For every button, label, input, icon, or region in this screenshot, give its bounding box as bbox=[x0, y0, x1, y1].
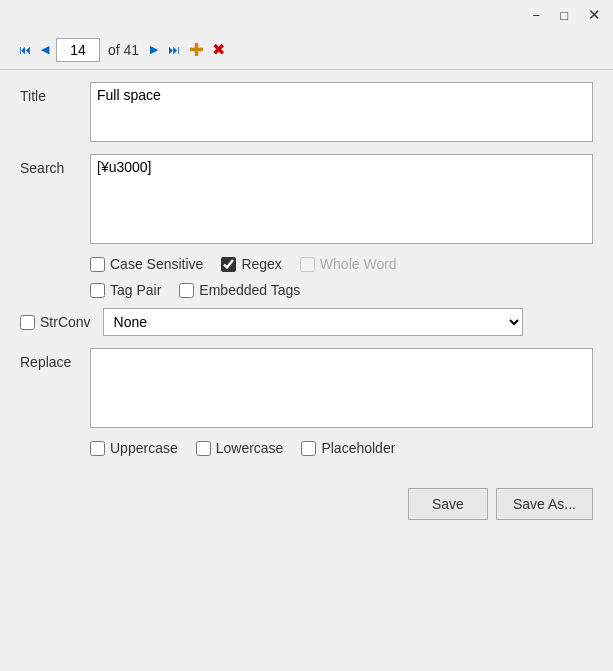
replace-input[interactable] bbox=[90, 348, 593, 428]
strconv-option[interactable]: StrConv bbox=[20, 314, 91, 330]
whole-word-label: Whole Word bbox=[320, 256, 397, 272]
case-sensitive-option[interactable]: Case Sensitive bbox=[90, 256, 203, 272]
nav-next-button[interactable] bbox=[147, 41, 161, 58]
options-row-2: Tag Pair Embedded Tags bbox=[90, 282, 593, 298]
replace-field-row: Replace bbox=[20, 348, 593, 428]
delete-button[interactable]: ✖ bbox=[210, 40, 227, 59]
placeholder-checkbox[interactable] bbox=[301, 441, 316, 456]
uppercase-option[interactable]: Uppercase bbox=[90, 440, 178, 456]
add-button[interactable]: ✚ bbox=[187, 39, 206, 61]
tag-pair-option[interactable]: Tag Pair bbox=[90, 282, 161, 298]
strconv-select[interactable]: None Uppercase Lowercase Title Case bbox=[103, 308, 523, 336]
options-row-1: Case Sensitive Regex Whole Word bbox=[90, 256, 593, 272]
tag-pair-label: Tag Pair bbox=[110, 282, 161, 298]
case-sensitive-label: Case Sensitive bbox=[110, 256, 203, 272]
page-number-input[interactable] bbox=[56, 38, 100, 62]
uppercase-checkbox[interactable] bbox=[90, 441, 105, 456]
placeholder-option[interactable]: Placeholder bbox=[301, 440, 395, 456]
save-as-button[interactable]: Save As... bbox=[496, 488, 593, 520]
search-input[interactable] bbox=[90, 154, 593, 244]
lowercase-checkbox[interactable] bbox=[196, 441, 211, 456]
strconv-checkbox[interactable] bbox=[20, 315, 35, 330]
page-of-label: of 41 bbox=[108, 42, 139, 58]
replace-options-row: Uppercase Lowercase Placeholder bbox=[90, 440, 593, 456]
save-button[interactable]: Save bbox=[408, 488, 488, 520]
strconv-label: StrConv bbox=[40, 314, 91, 330]
tag-pair-checkbox[interactable] bbox=[90, 283, 105, 298]
title-bar bbox=[0, 0, 613, 30]
embedded-tags-option[interactable]: Embedded Tags bbox=[179, 282, 300, 298]
nav-prev-button[interactable] bbox=[38, 41, 52, 58]
replace-label: Replace bbox=[20, 348, 90, 370]
lowercase-label: Lowercase bbox=[216, 440, 284, 456]
minimize-button[interactable] bbox=[529, 6, 545, 25]
window-controls bbox=[529, 4, 605, 26]
strconv-row: StrConv None Uppercase Lowercase Title C… bbox=[20, 308, 593, 336]
search-label: Search bbox=[20, 154, 90, 176]
lowercase-option[interactable]: Lowercase bbox=[196, 440, 284, 456]
search-field-row: Search bbox=[20, 154, 593, 244]
title-input[interactable] bbox=[90, 82, 593, 142]
maximize-button[interactable] bbox=[556, 6, 572, 25]
nav-last-button[interactable] bbox=[165, 41, 183, 59]
title-field-row: Title bbox=[20, 82, 593, 142]
main-content: Title Search Case Sensitive Regex Whole … bbox=[0, 70, 613, 484]
close-button[interactable] bbox=[584, 4, 605, 26]
title-label: Title bbox=[20, 82, 90, 104]
toolbar: of 41 ✚ ✖ bbox=[0, 30, 613, 70]
regex-option[interactable]: Regex bbox=[221, 256, 281, 272]
nav-first-button[interactable] bbox=[16, 41, 34, 59]
regex-label: Regex bbox=[241, 256, 281, 272]
footer: Save Save As... bbox=[0, 484, 613, 530]
whole-word-checkbox[interactable] bbox=[300, 257, 315, 272]
placeholder-label: Placeholder bbox=[321, 440, 395, 456]
embedded-tags-checkbox[interactable] bbox=[179, 283, 194, 298]
uppercase-label: Uppercase bbox=[110, 440, 178, 456]
regex-checkbox[interactable] bbox=[221, 257, 236, 272]
case-sensitive-checkbox[interactable] bbox=[90, 257, 105, 272]
whole-word-option[interactable]: Whole Word bbox=[300, 256, 397, 272]
embedded-tags-label: Embedded Tags bbox=[199, 282, 300, 298]
